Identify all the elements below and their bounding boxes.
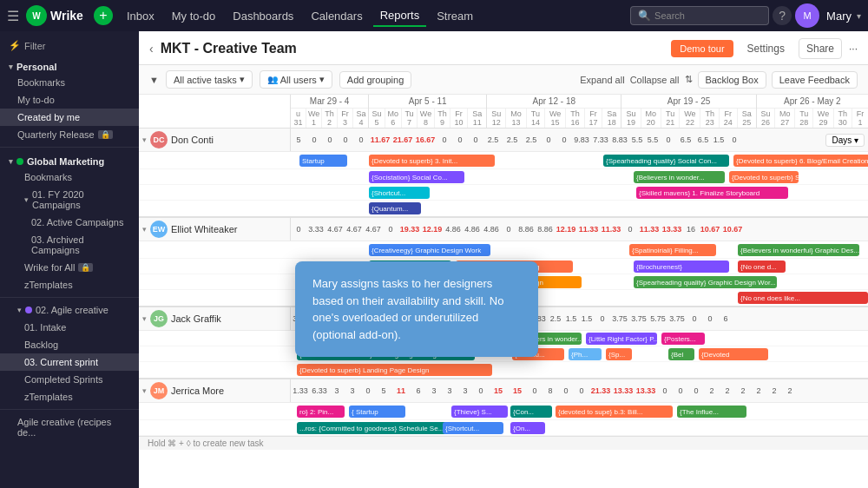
hamburger-icon[interactable]: ☰: [7, 8, 19, 24]
sidebar-current-sprint[interactable]: 03. Current sprint: [0, 353, 139, 371]
back-button[interactable]: ‹: [149, 42, 154, 56]
jerrica-bar-bill[interactable]: {devoted to supe} b.3: Bill...: [556, 406, 673, 418]
sidebar-ztemplates2[interactable]: zTemplates: [0, 388, 139, 406]
jack-expand-icon[interactable]: ▾: [142, 314, 147, 323]
don-bars-row4: {Quantum...: [139, 201, 868, 216]
dropdown-arrow-icon: ▾: [240, 74, 245, 85]
elliot-name-cell: ▾ EW Elliot Whiteaker: [139, 218, 291, 241]
don-bar-startup[interactable]: Startup: [299, 155, 347, 167]
jerrica-bar-thieves[interactable]: {Thieve} S...: [451, 406, 508, 418]
sidebar-gm-bookmarks[interactable]: Bookmarks: [0, 168, 139, 186]
elliot-header-row: ▾ EW Elliot Whiteaker 0 3.33 4.67 4.67 4…: [139, 218, 868, 241]
status-bar: Hold ⌘ + ◊ to create new task: [139, 436, 868, 450]
global-marketing-chevron[interactable]: ▾: [9, 157, 13, 166]
sidebar-my-to-do[interactable]: My to-do: [0, 91, 139, 109]
don-bar-social[interactable]: {Spearheading quality} Social Con...: [603, 155, 729, 167]
date-header: Mar 29 - 4 u 31 We 1 Th 2 Fr 3 Sa 4 Apr …: [139, 95, 868, 129]
don-expand-icon[interactable]: ▾: [142, 135, 147, 144]
don-bar-devoted3[interactable]: {Devoted to superb} 3. Init...: [369, 155, 495, 167]
sidebar-fy2020[interactable]: ▾ 01. FY 2020 Campaigns: [0, 186, 139, 214]
leave-feedback-button[interactable]: Leave Feedback: [772, 71, 858, 89]
jerrica-bar-on[interactable]: {On...: [510, 422, 545, 434]
nav-inbox[interactable]: Inbox: [120, 6, 161, 26]
jack-bar-devoted2[interactable]: {Devoted: [699, 348, 768, 360]
share-button[interactable]: Share: [799, 38, 842, 59]
sidebar-bookmarks[interactable]: Bookmarks: [0, 74, 139, 91]
days-selector[interactable]: Days ▾: [825, 134, 865, 147]
jerrica-bar-shortcut[interactable]: {Shortcut...: [443, 422, 503, 434]
don-bar-blog[interactable]: {Devoted to superb} 6. Blog/Email Creati…: [733, 155, 868, 167]
elliot-bar-filling[interactable]: {Spatinoiriali} Filling...: [629, 244, 716, 256]
toolbar-right: Expand all Collapse all ⇅ Backlog Box Le…: [580, 71, 858, 89]
collapse-all-button[interactable]: Collapse all: [630, 75, 680, 85]
agile-creative-chevron[interactable]: ▾: [17, 306, 22, 314]
jack-bar-posters[interactable]: {Posters...: [661, 333, 705, 345]
jack-bar-sp[interactable]: {Sp...: [606, 348, 632, 360]
sidebar-intake[interactable]: 01. Intake: [0, 319, 139, 336]
sidebar-agile-recipes[interactable]: Agile creative (recipes de...: [0, 413, 139, 441]
sidebar-ztemplates1[interactable]: zTemplates: [0, 276, 139, 293]
add-button[interactable]: +: [94, 6, 113, 25]
elliot-bar-spearheading[interactable]: {Spearheading quality} Graphic Design Wo…: [634, 276, 777, 288]
sort-button[interactable]: ⇅: [685, 74, 693, 85]
nav-my-to-do[interactable]: My to-do: [165, 6, 223, 26]
don-bar-devoted-s[interactable]: {Devoted to superb} S...: [729, 171, 799, 183]
date-group-apr5: Apr 5 - 11 Su 5 Mo 6 Tu 7 We 8 Th 9 Fr 1…: [369, 95, 487, 128]
add-grouping-button[interactable]: Add grouping: [339, 71, 411, 89]
expand-all-button[interactable]: Expand all: [580, 75, 624, 85]
sidebar-archived-campaigns[interactable]: 03. Archived Campaigns: [0, 231, 139, 259]
demo-tour-button[interactable]: Demo tour: [671, 40, 733, 57]
elliot-bar-brochure[interactable]: {Brochurenest}: [634, 260, 729, 273]
nav-stream[interactable]: Stream: [430, 6, 480, 26]
sidebar-wrike-for-all[interactable]: Wrike for All 🔒: [0, 259, 139, 276]
elliot-bars-row1: {Creativeegy} Graphic Design Work {Spati…: [139, 241, 868, 259]
elliot-bar-noone[interactable]: {No one d...: [738, 260, 786, 273]
sidebar-completed-sprints[interactable]: Completed Sprints: [0, 371, 139, 388]
don-name: Don Conti: [171, 135, 214, 145]
all-active-tasks-button[interactable]: All active tasks ▾: [166, 70, 253, 89]
jerrica-name: Jerrica More: [171, 386, 224, 396]
jerrica-expand-icon[interactable]: ▾: [142, 386, 147, 395]
date-group-apr12: Apr 12 - 18 Su 12 Mo 13 Tu 14 We 15 Th 1…: [487, 95, 621, 128]
date-week-apr5: Apr 5 - 11: [369, 95, 486, 109]
jerrica-bar-con[interactable]: {Con...: [510, 406, 552, 418]
jack-name-cell: ▾ JG Jack Graffik: [139, 307, 291, 330]
all-users-button[interactable]: 👥 All users ▾: [260, 70, 332, 89]
sidebar-quarterly-release[interactable]: Quarterly Release 🔒: [0, 126, 139, 143]
help-button[interactable]: ?: [773, 6, 792, 25]
backlog-box-button[interactable]: Backlog Box: [698, 71, 766, 89]
sidebar-active-campaigns[interactable]: 02. Active Campaigns: [0, 214, 139, 231]
nav-dashboards[interactable]: Dashboards: [226, 6, 300, 26]
don-bar-quantum[interactable]: {Quantum...: [369, 202, 421, 214]
elliot-bar-believers-graphic[interactable]: {Believers in wonderful} Graphic Des...: [738, 244, 859, 256]
don-bar-skilled[interactable]: {Skilled mavens} 1. Finalize Storyboard: [636, 187, 788, 199]
jerrica-bar-startup[interactable]: { Startup: [349, 406, 405, 418]
elliot-expand-icon[interactable]: ▾: [142, 225, 147, 234]
search-box[interactable]: 🔍 Search: [630, 6, 769, 25]
user-dropdown-icon[interactable]: ▾: [857, 11, 861, 21]
don-bar-believers[interactable]: {Believers in wonder...: [634, 171, 725, 183]
jerrica-bar-influencer[interactable]: {The Influe...: [677, 406, 746, 418]
jerrica-bar-pin[interactable]: ro} 2: Pin...: [297, 406, 345, 418]
sidebar-filter[interactable]: ⚡ Filter: [0, 35, 139, 56]
jack-bar-bel[interactable]: {Bel: [668, 348, 694, 360]
fy2020-chevron[interactable]: ▾: [24, 195, 29, 204]
personal-chevron[interactable]: ▾: [9, 63, 13, 71]
more-button[interactable]: ···: [849, 43, 858, 55]
nav-reports[interactable]: Reports: [373, 5, 427, 27]
elliot-bar-noone2[interactable]: {No one does like...: [738, 292, 868, 304]
sidebar-agile-creative[interactable]: ▾ 02. Agile creative: [0, 301, 139, 319]
elliot-bar-graphic[interactable]: {Creativeegy} Graphic Design Work: [369, 244, 490, 256]
settings-button[interactable]: Settings: [740, 39, 792, 58]
jack-bar-little-right[interactable]: {Little Right Factor} P...: [586, 333, 657, 345]
jerrica-avatar: JM: [150, 382, 168, 399]
nav-calendars[interactable]: Calendars: [304, 6, 369, 26]
jack-bar-ph[interactable]: {Ph...: [569, 348, 602, 360]
jack-bar-devoted-landing[interactable]: {Devoted to superb} Landing Page Design: [297, 364, 492, 376]
don-bar-socistation[interactable]: {Socistation} Social Co...: [369, 171, 464, 183]
sidebar-backlog[interactable]: Backlog: [0, 336, 139, 353]
don-bar-shortcut[interactable]: {Shortcut...: [369, 187, 430, 199]
sidebar-global-marketing-header: ▾ Global Marketing: [0, 151, 139, 168]
jerrica-bars-row1: ro} 2: Pin... { Startup {Thieve} S... {C…: [139, 403, 868, 420]
sidebar-created-by-me[interactable]: Created by me: [0, 109, 139, 126]
